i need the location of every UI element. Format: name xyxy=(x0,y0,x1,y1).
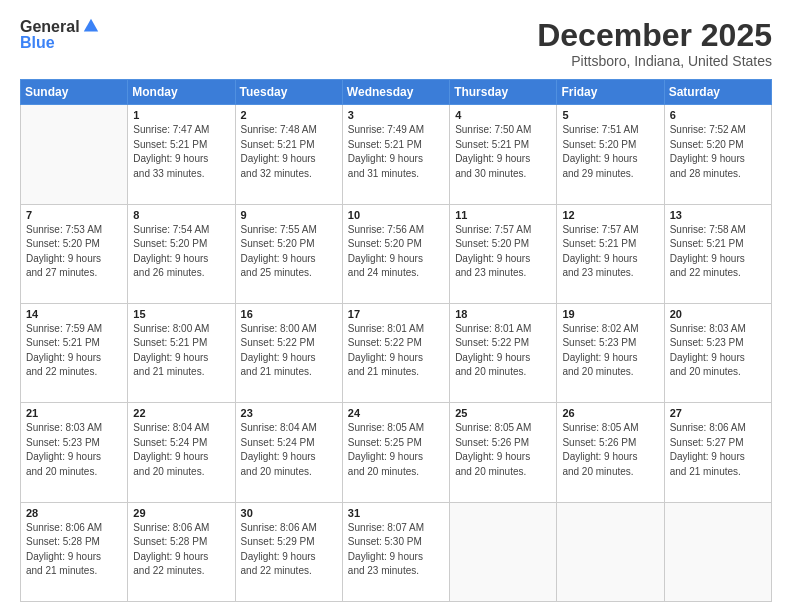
calendar-day-cell: 30Sunrise: 8:06 AMSunset: 5:29 PMDayligh… xyxy=(235,502,342,601)
day-info: Sunrise: 8:07 AMSunset: 5:30 PMDaylight:… xyxy=(348,521,444,579)
calendar-day-cell: 23Sunrise: 8:04 AMSunset: 5:24 PMDayligh… xyxy=(235,403,342,502)
calendar-header-thursday: Thursday xyxy=(450,80,557,105)
day-number: 8 xyxy=(133,209,229,221)
day-info: Sunrise: 7:58 AMSunset: 5:21 PMDaylight:… xyxy=(670,223,766,281)
day-info: Sunrise: 7:48 AMSunset: 5:21 PMDaylight:… xyxy=(241,123,337,181)
day-number: 5 xyxy=(562,109,658,121)
calendar-day-cell: 2Sunrise: 7:48 AMSunset: 5:21 PMDaylight… xyxy=(235,105,342,204)
calendar-day-cell: 29Sunrise: 8:06 AMSunset: 5:28 PMDayligh… xyxy=(128,502,235,601)
calendar-header-wednesday: Wednesday xyxy=(342,80,449,105)
header: General Blue December 2025 Pittsboro, In… xyxy=(20,18,772,69)
day-number: 2 xyxy=(241,109,337,121)
day-info: Sunrise: 7:51 AMSunset: 5:20 PMDaylight:… xyxy=(562,123,658,181)
calendar-day-cell: 8Sunrise: 7:54 AMSunset: 5:20 PMDaylight… xyxy=(128,204,235,303)
day-number: 1 xyxy=(133,109,229,121)
day-number: 12 xyxy=(562,209,658,221)
day-number: 28 xyxy=(26,507,122,519)
calendar-day-cell: 31Sunrise: 8:07 AMSunset: 5:30 PMDayligh… xyxy=(342,502,449,601)
calendar-day-cell: 3Sunrise: 7:49 AMSunset: 5:21 PMDaylight… xyxy=(342,105,449,204)
logo-blue-text: Blue xyxy=(20,34,55,52)
day-info: Sunrise: 7:53 AMSunset: 5:20 PMDaylight:… xyxy=(26,223,122,281)
calendar-day-cell: 9Sunrise: 7:55 AMSunset: 5:20 PMDaylight… xyxy=(235,204,342,303)
calendar-week-row: 28Sunrise: 8:06 AMSunset: 5:28 PMDayligh… xyxy=(21,502,772,601)
day-info: Sunrise: 8:03 AMSunset: 5:23 PMDaylight:… xyxy=(670,322,766,380)
calendar-header-row: SundayMondayTuesdayWednesdayThursdayFrid… xyxy=(21,80,772,105)
calendar-day-cell: 7Sunrise: 7:53 AMSunset: 5:20 PMDaylight… xyxy=(21,204,128,303)
day-info: Sunrise: 8:05 AMSunset: 5:26 PMDaylight:… xyxy=(455,421,551,479)
calendar-day-cell: 21Sunrise: 8:03 AMSunset: 5:23 PMDayligh… xyxy=(21,403,128,502)
calendar-table: SundayMondayTuesdayWednesdayThursdayFrid… xyxy=(20,79,772,602)
calendar-week-row: 7Sunrise: 7:53 AMSunset: 5:20 PMDaylight… xyxy=(21,204,772,303)
svg-marker-0 xyxy=(83,19,97,32)
day-info: Sunrise: 7:55 AMSunset: 5:20 PMDaylight:… xyxy=(241,223,337,281)
calendar-day-cell: 4Sunrise: 7:50 AMSunset: 5:21 PMDaylight… xyxy=(450,105,557,204)
day-info: Sunrise: 7:52 AMSunset: 5:20 PMDaylight:… xyxy=(670,123,766,181)
calendar-day-cell: 11Sunrise: 7:57 AMSunset: 5:20 PMDayligh… xyxy=(450,204,557,303)
calendar-day-cell: 14Sunrise: 7:59 AMSunset: 5:21 PMDayligh… xyxy=(21,303,128,402)
day-number: 16 xyxy=(241,308,337,320)
day-number: 10 xyxy=(348,209,444,221)
day-number: 29 xyxy=(133,507,229,519)
day-number: 15 xyxy=(133,308,229,320)
day-number: 7 xyxy=(26,209,122,221)
calendar-week-row: 21Sunrise: 8:03 AMSunset: 5:23 PMDayligh… xyxy=(21,403,772,502)
calendar-header-monday: Monday xyxy=(128,80,235,105)
day-number: 22 xyxy=(133,407,229,419)
day-info: Sunrise: 7:49 AMSunset: 5:21 PMDaylight:… xyxy=(348,123,444,181)
day-info: Sunrise: 7:47 AMSunset: 5:21 PMDaylight:… xyxy=(133,123,229,181)
calendar-header-sunday: Sunday xyxy=(21,80,128,105)
day-info: Sunrise: 8:06 AMSunset: 5:28 PMDaylight:… xyxy=(26,521,122,579)
month-title: December 2025 xyxy=(537,18,772,53)
day-info: Sunrise: 8:00 AMSunset: 5:21 PMDaylight:… xyxy=(133,322,229,380)
location-title: Pittsboro, Indiana, United States xyxy=(537,53,772,69)
page: General Blue December 2025 Pittsboro, In… xyxy=(0,0,792,612)
day-info: Sunrise: 7:59 AMSunset: 5:21 PMDaylight:… xyxy=(26,322,122,380)
calendar-day-cell xyxy=(557,502,664,601)
day-number: 3 xyxy=(348,109,444,121)
day-number: 11 xyxy=(455,209,551,221)
logo: General Blue xyxy=(20,18,100,51)
day-info: Sunrise: 8:02 AMSunset: 5:23 PMDaylight:… xyxy=(562,322,658,380)
day-info: Sunrise: 8:01 AMSunset: 5:22 PMDaylight:… xyxy=(348,322,444,380)
day-number: 6 xyxy=(670,109,766,121)
day-info: Sunrise: 8:05 AMSunset: 5:26 PMDaylight:… xyxy=(562,421,658,479)
day-number: 24 xyxy=(348,407,444,419)
calendar-day-cell: 10Sunrise: 7:56 AMSunset: 5:20 PMDayligh… xyxy=(342,204,449,303)
day-info: Sunrise: 8:01 AMSunset: 5:22 PMDaylight:… xyxy=(455,322,551,380)
day-info: Sunrise: 7:54 AMSunset: 5:20 PMDaylight:… xyxy=(133,223,229,281)
day-info: Sunrise: 8:04 AMSunset: 5:24 PMDaylight:… xyxy=(241,421,337,479)
calendar-header-saturday: Saturday xyxy=(664,80,771,105)
calendar-day-cell: 13Sunrise: 7:58 AMSunset: 5:21 PMDayligh… xyxy=(664,204,771,303)
day-number: 9 xyxy=(241,209,337,221)
day-info: Sunrise: 7:50 AMSunset: 5:21 PMDaylight:… xyxy=(455,123,551,181)
calendar-day-cell: 12Sunrise: 7:57 AMSunset: 5:21 PMDayligh… xyxy=(557,204,664,303)
calendar-day-cell: 22Sunrise: 8:04 AMSunset: 5:24 PMDayligh… xyxy=(128,403,235,502)
day-number: 4 xyxy=(455,109,551,121)
calendar-day-cell: 1Sunrise: 7:47 AMSunset: 5:21 PMDaylight… xyxy=(128,105,235,204)
calendar-day-cell: 15Sunrise: 8:00 AMSunset: 5:21 PMDayligh… xyxy=(128,303,235,402)
day-number: 14 xyxy=(26,308,122,320)
day-number: 20 xyxy=(670,308,766,320)
calendar-day-cell: 27Sunrise: 8:06 AMSunset: 5:27 PMDayligh… xyxy=(664,403,771,502)
day-info: Sunrise: 8:06 AMSunset: 5:29 PMDaylight:… xyxy=(241,521,337,579)
day-info: Sunrise: 7:57 AMSunset: 5:20 PMDaylight:… xyxy=(455,223,551,281)
calendar-header-friday: Friday xyxy=(557,80,664,105)
calendar-day-cell: 6Sunrise: 7:52 AMSunset: 5:20 PMDaylight… xyxy=(664,105,771,204)
calendar-day-cell: 5Sunrise: 7:51 AMSunset: 5:20 PMDaylight… xyxy=(557,105,664,204)
calendar-week-row: 1Sunrise: 7:47 AMSunset: 5:21 PMDaylight… xyxy=(21,105,772,204)
calendar-day-cell: 25Sunrise: 8:05 AMSunset: 5:26 PMDayligh… xyxy=(450,403,557,502)
day-info: Sunrise: 7:57 AMSunset: 5:21 PMDaylight:… xyxy=(562,223,658,281)
logo-icon xyxy=(82,17,100,35)
calendar-week-row: 14Sunrise: 7:59 AMSunset: 5:21 PMDayligh… xyxy=(21,303,772,402)
title-block: December 2025 Pittsboro, Indiana, United… xyxy=(537,18,772,69)
calendar-day-cell: 28Sunrise: 8:06 AMSunset: 5:28 PMDayligh… xyxy=(21,502,128,601)
day-info: Sunrise: 8:05 AMSunset: 5:25 PMDaylight:… xyxy=(348,421,444,479)
day-info: Sunrise: 8:00 AMSunset: 5:22 PMDaylight:… xyxy=(241,322,337,380)
calendar-day-cell: 19Sunrise: 8:02 AMSunset: 5:23 PMDayligh… xyxy=(557,303,664,402)
day-number: 27 xyxy=(670,407,766,419)
calendar-day-cell: 18Sunrise: 8:01 AMSunset: 5:22 PMDayligh… xyxy=(450,303,557,402)
day-number: 31 xyxy=(348,507,444,519)
calendar-day-cell: 20Sunrise: 8:03 AMSunset: 5:23 PMDayligh… xyxy=(664,303,771,402)
day-number: 25 xyxy=(455,407,551,419)
day-number: 18 xyxy=(455,308,551,320)
